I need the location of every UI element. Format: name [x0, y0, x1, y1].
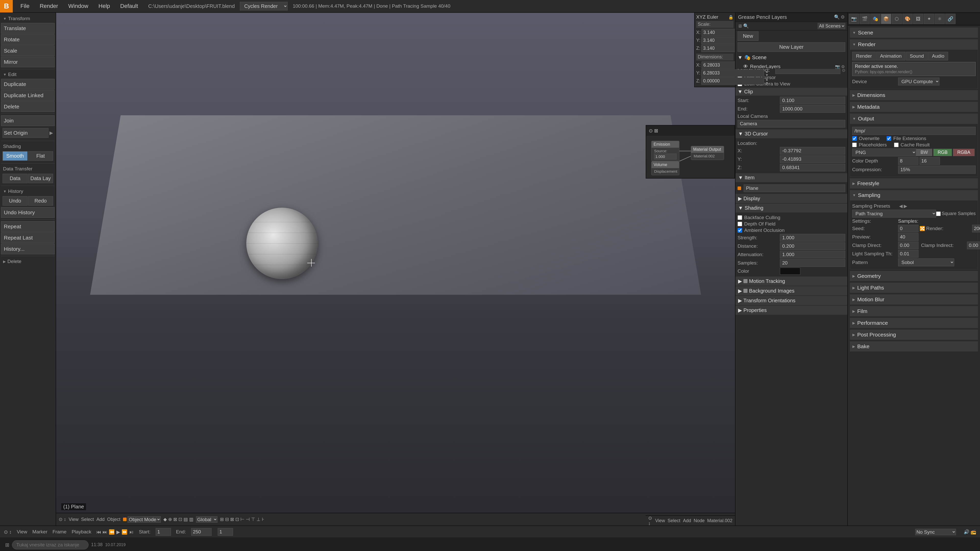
shading-view-section-title[interactable]: ▼ Shading	[735, 203, 847, 213]
dim-y-input[interactable]	[701, 69, 764, 77]
clip-subsection[interactable]: ▼ Clip	[735, 88, 847, 96]
taskbar-start-icon[interactable]: ⊞	[5, 542, 10, 548]
dim-y-down[interactable]: ▼	[765, 73, 769, 77]
render-tab-mesh[interactable]: ⬡	[892, 14, 902, 24]
clamp-direct-input[interactable]	[898, 241, 918, 249]
output-section-header[interactable]: ▼ Output	[850, 114, 978, 124]
format-select[interactable]: PNG JPEG OpenEXR	[852, 148, 916, 156]
compression-input[interactable]	[898, 165, 976, 174]
sync-select[interactable]: No Sync Frame Dropping AV-sync	[915, 529, 956, 535]
light-sampling-input[interactable]	[898, 250, 918, 258]
file-ext-checkbox[interactable]	[886, 136, 891, 141]
render-tab-constraints[interactable]: 🔗	[945, 14, 956, 24]
repeat-btn[interactable]: Repeat	[1, 221, 55, 232]
3d-cursor-section-title[interactable]: ▼ 3D Cursor	[735, 129, 847, 138]
menu-file[interactable]: File	[15, 1, 35, 11]
redo-btn[interactable]: Redo	[28, 196, 53, 206]
samples-input[interactable]	[780, 259, 845, 267]
bottom-marker[interactable]: Marker	[32, 529, 48, 535]
performance-section-header[interactable]: ▶ Performance	[850, 318, 978, 328]
sampling-presets-right-icon[interactable]: ▶	[904, 203, 907, 209]
bottom-frame[interactable]: Frame	[52, 529, 67, 535]
color-rgb-btn[interactable]: RGB	[933, 149, 952, 156]
history-btn[interactable]: History...	[1, 244, 55, 254]
scene-header-icon1[interactable]: 🔍	[834, 14, 840, 20]
view-btn[interactable]: View	[68, 517, 79, 522]
dim-z-down[interactable]: ▼	[765, 81, 769, 85]
cursor-y-input[interactable]	[780, 156, 845, 163]
color-bw-btn[interactable]: BW	[916, 149, 932, 156]
join-btn[interactable]: Join	[1, 115, 55, 126]
background-images-section[interactable]: ▶ Background Images	[735, 286, 847, 295]
render-tab-camera[interactable]: 📷	[849, 14, 859, 24]
motion-blur-section-header[interactable]: ▶ Motion Blur	[850, 294, 978, 305]
sampling-presets-left-icon[interactable]: ◀	[899, 203, 903, 209]
device-select[interactable]: GPU Compute CPU	[898, 78, 939, 86]
geometry-section-header[interactable]: ▶ Geometry	[850, 271, 978, 281]
render-tab-texture[interactable]: 🖼	[913, 14, 923, 24]
pattern-select[interactable]: Sobol Correlated Multi-Jitter	[898, 259, 954, 266]
dim-z-up[interactable]: ▲	[765, 78, 769, 81]
properties-section[interactable]: ▶ Properties	[735, 306, 847, 315]
dimensions-section-header[interactable]: ▶ Dimensions	[850, 90, 978, 100]
bottom-playback[interactable]: Playback	[72, 529, 91, 535]
cache-result-checkbox[interactable]	[894, 143, 899, 147]
scene-section-header[interactable]: ▼ Scene	[850, 27, 978, 38]
bottom-view[interactable]: View	[17, 529, 27, 535]
node-view-btn[interactable]: View	[655, 518, 665, 524]
post-processing-section-header[interactable]: ▶ Post Processing	[850, 330, 978, 340]
duplicate-btn[interactable]: Duplicate	[1, 79, 55, 89]
sampling-section-header[interactable]: ▼ Sampling	[850, 190, 978, 200]
menu-window[interactable]: Window	[63, 1, 94, 11]
render-action-audio-btn[interactable]: Audio	[928, 52, 948, 60]
bit-depth-input[interactable]	[920, 157, 940, 165]
node-canvas[interactable]: Emission Source: Volume Displacement Mat…	[646, 136, 735, 178]
scene-expand-arrow[interactable]: ▼	[738, 55, 743, 60]
depth-field-checkbox[interactable]	[738, 222, 742, 226]
render-engine-select[interactable]: Cycles Render Blender Render Blender Gam…	[240, 2, 288, 11]
render-section-header[interactable]: ▼ Render	[850, 39, 978, 49]
repeat-last-btn[interactable]: Repeat Last	[1, 232, 55, 243]
main-viewport[interactable]: (1) Plane ⊙ ↕ View Select Add Object Obj…	[56, 13, 735, 526]
search-icon[interactable]: 🔍	[743, 23, 749, 29]
set-origin-btn[interactable]: Set Origin	[3, 128, 48, 138]
cursor-x-input[interactable]	[780, 147, 845, 155]
data-lay-btn[interactable]: Data Lay	[28, 174, 53, 183]
dim-y-up[interactable]: ▲	[765, 70, 769, 73]
emission-node[interactable]: Emission Source:	[651, 141, 679, 161]
ambient-occlusion-checkbox[interactable]	[738, 228, 742, 233]
motion-tracking-section[interactable]: ▶ Motion Tracking	[735, 276, 847, 286]
rotate-btn[interactable]: Rotate	[1, 34, 55, 45]
mirror-btn[interactable]: Mirror	[1, 57, 55, 67]
render-action-render-btn[interactable]: Render	[852, 52, 876, 60]
strength-input[interactable]	[780, 234, 845, 241]
scene-header-icon2[interactable]: ⚙	[841, 14, 845, 20]
freestyle-section-header[interactable]: ▶ Freestyle	[850, 178, 978, 189]
bake-section-header[interactable]: ▶ Bake	[850, 341, 978, 351]
distance-input[interactable]	[780, 242, 845, 250]
emission-source-input[interactable]	[654, 154, 676, 159]
preview-input[interactable]	[898, 233, 918, 241]
translate-btn[interactable]: Translate	[1, 23, 55, 34]
camera-value-input[interactable]	[738, 120, 845, 127]
scale-btn[interactable]: Scale	[1, 45, 55, 56]
node-select-btn[interactable]: Select	[668, 518, 680, 524]
film-section-header[interactable]: ▶ Film	[850, 306, 978, 316]
render-tab-material[interactable]: 🎨	[902, 14, 913, 24]
add-btn[interactable]: Add	[97, 517, 105, 522]
undo-history-btn[interactable]: Undo History	[1, 207, 55, 218]
item-section-title[interactable]: ▼ Item	[735, 173, 847, 182]
color-swatch[interactable]	[780, 268, 800, 275]
color-rgba-btn[interactable]: RGBA	[953, 149, 975, 156]
material-output-node[interactable]: Material Output Material.002	[691, 146, 724, 160]
taskbar-search-input[interactable]	[12, 540, 89, 549]
fps-input[interactable]	[218, 528, 233, 536]
undo-btn[interactable]: Undo	[3, 196, 27, 206]
render-action-animation-btn[interactable]: Animation	[876, 52, 905, 60]
scene-item-render-layers[interactable]: 👁 RenderLayers 📷 ⚙	[735, 62, 847, 69]
duplicate-linked-btn[interactable]: Duplicate Linked	[1, 90, 55, 101]
render-tab-particle[interactable]: ✦	[924, 14, 934, 24]
placeholders-checkbox[interactable]	[852, 143, 857, 147]
render-action-sound-btn[interactable]: Sound	[906, 52, 928, 60]
overwrite-checkbox[interactable]	[852, 136, 857, 141]
